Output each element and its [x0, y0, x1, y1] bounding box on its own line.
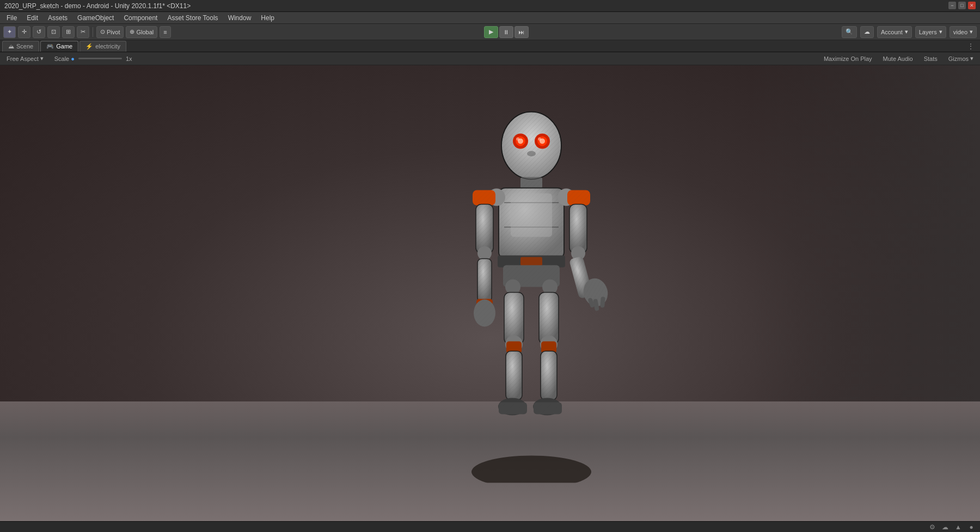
svg-rect-15	[511, 194, 552, 237]
electricity-tab-label: electricity	[95, 43, 120, 50]
menu-component[interactable]: Component	[119, 13, 162, 23]
game-icon: 🎮	[46, 43, 54, 50]
console-icon[interactable]: ●	[967, 523, 976, 531]
tool-scale[interactable]: ⊡	[47, 26, 60, 38]
svg-rect-17	[473, 190, 495, 206]
scale-value: 1x	[126, 55, 132, 62]
layout-dropdown[interactable]: video ▾	[950, 26, 977, 38]
scene-tab-label: Scene	[16, 43, 33, 50]
svg-point-23	[474, 300, 495, 327]
toolbar: ✦ ✛ ↺ ⊡ ⊞ ✂ ⊙ Pivot ⊕ Global ≡ ▶ ⏸ ⏭ 🔍 ☁…	[0, 24, 980, 40]
svg-rect-18	[476, 205, 493, 253]
tab-more-button[interactable]: ⋮	[964, 42, 978, 51]
close-button[interactable]: ✕	[968, 2, 976, 9]
scale-label: Scale	[54, 55, 70, 62]
game-tab-label: Game	[56, 43, 72, 50]
pivot-button[interactable]: ⊙ Pivot	[96, 26, 124, 38]
playback-controls: ▶ ⏸ ⏭	[484, 26, 529, 38]
layers-dropdown[interactable]: Layers ▾	[915, 26, 946, 38]
separator-1	[93, 27, 93, 37]
tab-game[interactable]: 🎮 Game	[40, 41, 78, 52]
layout-label: video	[953, 29, 967, 35]
scale-slider[interactable]	[78, 58, 122, 59]
title-bar: 2020_URP_sketch - demo - Android - Unity…	[0, 0, 980, 12]
collab-icon[interactable]: ⚙	[928, 523, 936, 531]
account-dropdown[interactable]: Account ▾	[877, 26, 912, 38]
menu-gameobject[interactable]: GameObject	[73, 13, 118, 23]
layout-chevron-icon: ▾	[970, 28, 973, 35]
tool-rotate[interactable]: ↺	[33, 26, 45, 38]
tool-hand[interactable]: ✦	[3, 26, 16, 38]
left-elbow	[477, 246, 492, 261]
tool-rect[interactable]: ⊞	[62, 26, 75, 38]
maximize-on-play-button[interactable]: Maximize On Play	[820, 54, 875, 63]
play-button[interactable]: ▶	[484, 26, 498, 38]
tab-bar: ⛰ Scene 🎮 Game ⚡ electricity ⋮	[0, 40, 980, 52]
pause-button[interactable]: ⏸	[499, 26, 513, 38]
global-icon: ⊕	[130, 28, 134, 35]
error-icon[interactable]: ▲	[954, 523, 963, 531]
svg-rect-16	[520, 257, 542, 266]
gizmos-dropdown[interactable]: Gizmos ▾	[945, 54, 977, 63]
svg-point-7	[516, 138, 519, 141]
svg-rect-20	[477, 259, 492, 302]
svg-rect-25	[569, 205, 587, 253]
mute-audio-button[interactable]: Mute Audio	[880, 54, 916, 63]
svg-rect-36	[506, 351, 522, 400]
cloud-button[interactable]: ☁	[860, 26, 874, 38]
gizmos-label: Gizmos	[948, 55, 969, 62]
tab-electricity[interactable]: ⚡ electricity	[79, 41, 126, 52]
viewport[interactable]	[0, 65, 980, 521]
layers-label: Layers	[919, 29, 937, 35]
tool-move[interactable]: ✛	[18, 26, 30, 38]
pivot-label: Pivot	[107, 29, 120, 35]
menu-file[interactable]: File	[2, 13, 21, 23]
svg-rect-46	[534, 403, 562, 415]
robot-svg	[428, 102, 635, 483]
robot-shadow	[471, 456, 591, 483]
stats-button[interactable]: Stats	[921, 54, 941, 63]
status-bar: ⚙ ☁ ▲ ●	[0, 521, 980, 532]
cloud-status-icon[interactable]: ☁	[941, 523, 950, 531]
menu-help[interactable]: Help	[256, 13, 279, 23]
layers-chevron-icon: ▾	[939, 28, 942, 35]
menu-asset-store-tools[interactable]: Asset Store Tools	[163, 13, 222, 23]
aspect-label: Free Aspect	[7, 55, 39, 62]
menu-assets[interactable]: Assets	[44, 13, 72, 23]
tool-transform[interactable]: ✂	[77, 26, 89, 38]
menu-bar: File Edit Assets GameObject Component As…	[0, 12, 980, 24]
scene-icon: ⛰	[8, 43, 14, 50]
svg-point-9	[527, 151, 536, 157]
global-button[interactable]: ⊕ Global	[126, 26, 157, 38]
scale-indicator: ●	[71, 55, 75, 62]
title-text: 2020_URP_sketch - demo - Android - Unity…	[4, 2, 191, 10]
extra-button[interactable]: ≡	[160, 26, 170, 38]
maximize-button[interactable]: □	[958, 2, 966, 9]
tab-scene[interactable]: ⛰ Scene	[2, 41, 39, 52]
aspect-dropdown[interactable]: Free Aspect ▾	[3, 54, 47, 63]
svg-rect-43	[541, 351, 557, 400]
svg-rect-24	[567, 190, 590, 206]
electricity-icon: ⚡	[85, 43, 93, 50]
scale-control[interactable]: Scale ● 1x	[51, 54, 136, 63]
aspect-chevron-icon: ▾	[40, 55, 44, 62]
step-button[interactable]: ⏭	[514, 26, 529, 38]
search-button[interactable]: 🔍	[842, 26, 857, 38]
svg-point-8	[538, 138, 541, 141]
game-bar-right: Maximize On Play Mute Audio Stats Gizmos…	[820, 54, 977, 63]
pivot-icon: ⊙	[100, 28, 105, 35]
menu-window[interactable]: Window	[224, 13, 256, 23]
global-label: Global	[136, 29, 154, 35]
game-view-bar: Free Aspect ▾ Scale ● 1x Maximize On Pla…	[0, 52, 980, 65]
menu-edit[interactable]: Edit	[22, 13, 42, 23]
gizmos-chevron-icon: ▾	[970, 55, 973, 62]
robot-character	[428, 102, 635, 485]
account-chevron-icon: ▾	[905, 28, 908, 35]
account-label: Account	[881, 29, 903, 35]
minimize-button[interactable]: −	[948, 2, 956, 9]
toolbar-right: 🔍 ☁ Account ▾ Layers ▾ video ▾	[842, 26, 977, 38]
window-controls: − □ ✕	[948, 2, 976, 9]
svg-rect-39	[499, 403, 527, 415]
